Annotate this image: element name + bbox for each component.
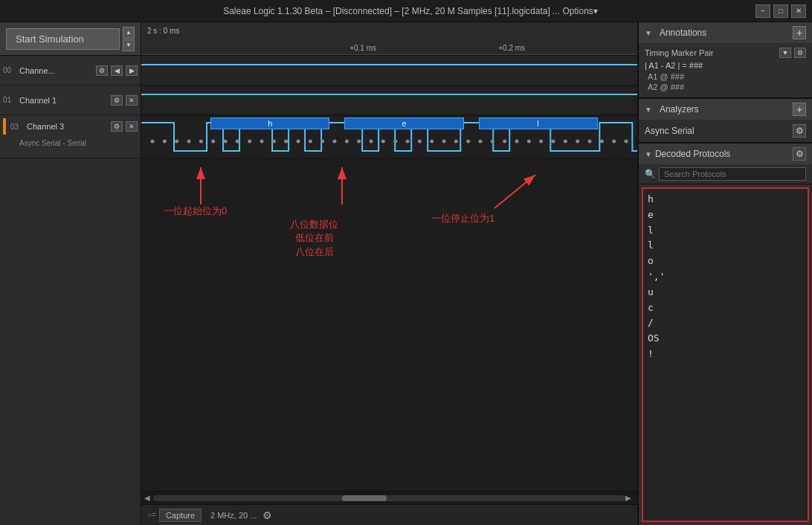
maximize-button[interactable]: □ bbox=[773, 4, 788, 18]
decoded-protocols-triangle: ▼ bbox=[645, 150, 652, 158]
decoded-item: l bbox=[648, 238, 803, 254]
analyzers-triangle: ▼ bbox=[645, 106, 652, 114]
a2-value: A2 @ ### bbox=[645, 83, 806, 91]
scrollbar-track[interactable] bbox=[153, 495, 625, 501]
annotations-add-button[interactable]: + bbox=[793, 26, 806, 39]
decoded-item: ! bbox=[648, 347, 803, 362]
proto-box-h: h bbox=[210, 117, 329, 129]
channel-close-01[interactable]: ✕ bbox=[126, 95, 138, 106]
center-panel: 2 s : 0 ms +0.1 ms +0.2 ms h e l bbox=[141, 22, 637, 525]
decoded-item: e bbox=[648, 207, 803, 223]
timing-marker-btn1[interactable]: ▼ bbox=[779, 48, 791, 58]
time-zero: 2 s : 0 ms bbox=[147, 27, 179, 35]
proto-label-h: h bbox=[268, 119, 272, 128]
status-bar: ○= Capture 2 MHz, 20 ... ⚙ bbox=[141, 504, 637, 525]
annotation-data-bits: 八位数据位 低位在前 八位在后 bbox=[290, 204, 338, 259]
freq-status: 2 MHz, 20 ... bbox=[210, 511, 257, 520]
proto-box-l: l bbox=[479, 117, 598, 129]
main-layout: Start Simulation ▲ ▼ 00 Channe... ⚙ ◀ ▶ … bbox=[0, 22, 812, 525]
annotations-header: ▼ Annotations + bbox=[639, 22, 812, 43]
decoded-item: OS bbox=[648, 331, 803, 347]
async-serial-label: Async Serial bbox=[645, 126, 788, 136]
timing-marker-btn2[interactable]: ⚙ bbox=[794, 48, 806, 58]
decoded-item: u bbox=[648, 285, 803, 300]
scroll-buttons: ▲ ▼ bbox=[123, 27, 135, 51]
channel-row-01: 01 Channel 1 ⚙ ✕ bbox=[0, 86, 141, 115]
settings-gear-icon[interactable]: ⚙ bbox=[262, 509, 272, 521]
titlebar-title: Saleae Logic 1.1.30 Beta – [Disconnected… bbox=[65, 6, 755, 16]
titlebar-controls[interactable]: − □ ✕ bbox=[755, 4, 806, 18]
waveform-area[interactable]: h e l 一位起始位为0 八位数据位 低位在前 八位在后 一位停止位为1 bbox=[141, 56, 637, 491]
analyzers-section: ▼ Analyzers + Async Serial ⚙ bbox=[639, 99, 812, 144]
horizontal-scrollbar[interactable]: ◀ ▶ bbox=[141, 491, 637, 504]
channel-name-00: Channe... bbox=[19, 66, 93, 75]
time-ruler: 2 s : 0 ms +0.1 ms +0.2 ms bbox=[141, 22, 637, 56]
scroll-left-btn[interactable]: ◀ bbox=[144, 494, 153, 502]
channel-settings-03[interactable]: ⚙ bbox=[111, 121, 123, 132]
channel-number-00: 00 bbox=[3, 66, 16, 74]
orange-indicator bbox=[3, 118, 6, 135]
search-row: 🔍 bbox=[639, 164, 812, 184]
channel-row-00: 00 Channe... ⚙ ◀ ▶ bbox=[0, 56, 141, 86]
time-mark1: +0.1 ms bbox=[349, 44, 376, 52]
scrollbar-thumb[interactable] bbox=[342, 495, 387, 501]
close-button[interactable]: ✕ bbox=[791, 4, 806, 18]
decoded-item: h bbox=[648, 192, 803, 207]
proto-label-e: e bbox=[402, 119, 406, 128]
decoded-protocols-settings[interactable]: ⚙ bbox=[793, 147, 806, 161]
channel-number-03: 03 bbox=[10, 123, 24, 131]
capture-status: ○= Capture bbox=[147, 509, 202, 522]
proto-box-e: e bbox=[344, 117, 463, 129]
scroll-down-button[interactable]: ▼ bbox=[123, 39, 135, 51]
time-mark2: +0.2 ms bbox=[498, 44, 525, 52]
channel-settings-01[interactable]: ⚙ bbox=[111, 95, 123, 106]
decoded-item: o bbox=[648, 254, 803, 269]
decoded-item: c bbox=[648, 300, 803, 316]
scroll-up-button[interactable]: ▲ bbox=[123, 27, 135, 39]
annotations-title: Annotations bbox=[660, 28, 788, 38]
settings-status: ⚙ bbox=[262, 509, 272, 521]
decoded-protocols-section: ▼ Decoded Protocols ⚙ 🔍 hello','uc/OS! bbox=[639, 144, 812, 525]
a1a2-value: | A1 - A2 | = ### bbox=[645, 61, 806, 70]
analyzers-add-button[interactable]: + bbox=[793, 103, 806, 116]
annotation-data-text: 八位数据位 低位在前 八位在后 bbox=[290, 219, 338, 257]
timing-marker-row: Timing Marker Pair ▼ ⚙ bbox=[645, 48, 806, 58]
channel-next-00[interactable]: ▶ bbox=[126, 65, 138, 76]
timing-marker-label: Timing Marker Pair bbox=[645, 48, 776, 57]
channel-settings-00[interactable]: ⚙ bbox=[96, 65, 108, 76]
annotation-start-bit: 一位起始位为0 bbox=[164, 204, 227, 218]
scroll-right-btn[interactable]: ▶ bbox=[625, 494, 634, 502]
search-protocols-input[interactable] bbox=[659, 167, 806, 181]
proto-label-l: l bbox=[537, 119, 538, 128]
channel-row-03: 03 Channel 3 ⚙ ✕ Async Serial - Serial bbox=[0, 115, 141, 158]
analyzers-title: Analyzers bbox=[660, 104, 788, 115]
start-simulation-button[interactable]: Start Simulation bbox=[6, 28, 120, 50]
capture-button[interactable]: Capture bbox=[159, 509, 202, 522]
analyzers-header: ▼ Analyzers + bbox=[639, 99, 812, 120]
decoded-protocols-header: ▼ Decoded Protocols ⚙ bbox=[639, 144, 812, 164]
channel-name-03: Channel 3 bbox=[27, 122, 108, 131]
channel-number-01: 01 bbox=[3, 96, 16, 104]
channel-close-03[interactable]: ✕ bbox=[126, 121, 138, 132]
annotations-triangle: ▼ bbox=[645, 29, 652, 37]
left-panel: Start Simulation ▲ ▼ 00 Channe... ⚙ ◀ ▶ … bbox=[0, 22, 141, 525]
decoded-protocols-title: Decoded Protocols bbox=[655, 149, 793, 159]
decoded-protocols-list[interactable]: hello','uc/OS! bbox=[642, 187, 809, 522]
decoded-item: ',' bbox=[648, 269, 803, 285]
decoded-item: / bbox=[648, 315, 803, 331]
search-icon: 🔍 bbox=[645, 169, 656, 179]
right-panel: ▼ Annotations + Timing Marker Pair ▼ ⚙ |… bbox=[637, 22, 812, 525]
protocol-boxes: h e l bbox=[141, 117, 637, 129]
title-bar: Saleae Logic 1.1.30 Beta – [Disconnected… bbox=[0, 0, 812, 22]
channel-prev-00[interactable]: ◀ bbox=[111, 65, 123, 76]
decoded-item: l bbox=[648, 223, 803, 239]
annotations-section: ▼ Annotations + Timing Marker Pair ▼ ⚙ |… bbox=[639, 22, 812, 99]
toolbar: Start Simulation ▲ ▼ bbox=[0, 22, 141, 56]
channel-sublabel-03: Async Serial - Serial bbox=[3, 139, 86, 147]
freq-label: 2 MHz, 20 ... bbox=[210, 511, 257, 520]
annotation-stop-bit: 一位停止位为1 bbox=[431, 212, 494, 225]
async-serial-row: Async Serial ⚙ bbox=[639, 120, 812, 142]
minimize-button[interactable]: − bbox=[755, 4, 770, 18]
async-serial-settings[interactable]: ⚙ bbox=[793, 124, 806, 138]
channel-name-01: Channel 1 bbox=[19, 96, 108, 105]
